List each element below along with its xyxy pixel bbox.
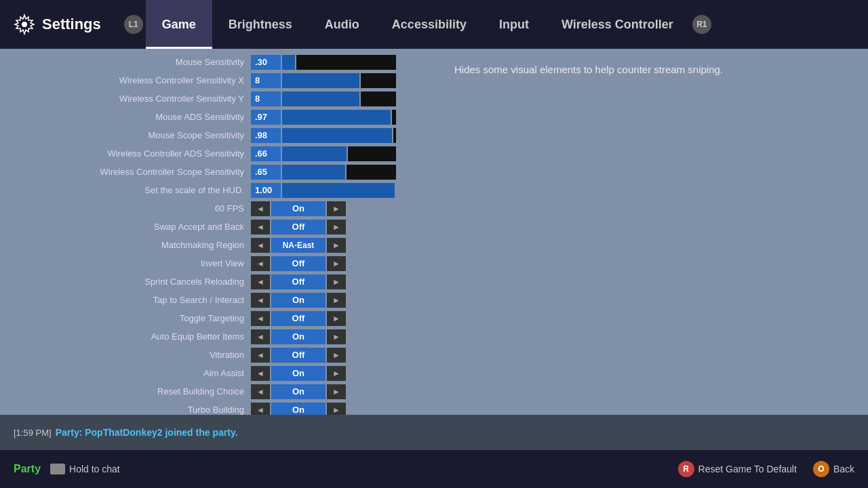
arrow-left-button[interactable]: ◄ [251,274,270,289]
toggle-value[interactable]: On [271,366,326,381]
setting-label: Wireless Controller Scope Sensitivity [0,167,251,177]
hold-to-chat-label: Hold to chat [69,464,120,474]
arrow-right-button[interactable]: ► [327,238,346,253]
toggle-value[interactable]: Off [271,348,326,363]
toggle-value[interactable]: On [271,329,326,344]
slider-container[interactable]: .97 [251,110,396,125]
toggle-value[interactable]: On [271,384,326,399]
setting-label: Mouse ADS Sensitivity [0,112,251,122]
slider-container[interactable]: .65 [251,165,396,180]
tab-game[interactable]: Game [146,0,212,49]
footer: Party Hold to chat R Reset Game To Defau… [0,450,868,488]
arrow-right-button[interactable]: ► [327,293,346,308]
chat-time: [1:59 PM] [14,428,52,438]
setting-label: 60 FPS [0,203,251,214]
slider-fill [282,92,359,106]
toggle-container: ◄Off► [251,311,346,326]
arrow-left-button[interactable]: ◄ [251,201,270,216]
slider-empty [361,92,396,106]
arrow-right-button[interactable]: ► [327,256,346,271]
tab-input[interactable]: Input [483,0,545,49]
arrow-right-button[interactable]: ► [327,384,346,399]
setting-row: Aim Assist◄On► [0,364,434,382]
setting-row: Turbo Building◄On► [0,401,434,415]
arrow-right-button[interactable]: ► [327,201,346,216]
slider-value: .30 [251,55,281,70]
slider-value: .98 [251,128,281,143]
app-title: Settings [42,16,101,33]
toggle-container: ◄Off► [251,348,346,363]
toggle-value[interactable]: On [271,403,326,415]
arrow-left-button[interactable]: ◄ [251,348,270,363]
slider-fill [282,55,295,70]
slider-container[interactable]: 1.00 [251,183,396,198]
setting-row: Wireless Controller Sensitivity X8 [0,71,434,89]
setting-label: Wireless Controller Sensitivity Y [0,94,251,104]
reset-label: Reset Game To Default [698,464,797,474]
arrow-left-button[interactable]: ◄ [251,238,270,253]
party-label: Party [14,463,41,475]
back-button[interactable]: O Back [813,461,854,477]
setting-row: Vibration◄Off► [0,346,434,364]
arrow-right-button[interactable]: ► [327,311,346,326]
slider-container[interactable]: 8 [251,92,396,106]
slider-empty [347,165,396,180]
arrow-right-button[interactable]: ► [327,220,346,235]
arrow-right-button[interactable]: ► [327,348,346,363]
setting-row: Sprint Cancels Reloading◄Off► [0,272,434,291]
toggle-value[interactable]: Off [271,220,326,235]
slider-value: 8 [251,92,281,106]
toggle-value[interactable]: On [271,293,326,308]
app-logo: Settings [14,14,101,35]
arrow-left-button[interactable]: ◄ [251,384,270,399]
tab-brightness[interactable]: Brightness [212,0,309,49]
arrow-right-button[interactable]: ► [327,329,346,344]
toggle-value[interactable]: On [271,201,326,216]
slider-container[interactable]: .98 [251,128,396,143]
toggle-value[interactable]: Off [271,256,326,271]
arrow-right-button[interactable]: ► [327,403,346,415]
slider-empty [361,73,396,88]
toggle-container: ◄Off► [251,274,346,289]
tab-accessibility[interactable]: Accessibility [376,0,483,49]
setting-row: Wireless Controller Sensitivity Y8 [0,89,434,108]
toggle-container: ◄On► [251,403,346,415]
setting-label: Invert View [0,258,251,268]
arrow-left-button[interactable]: ◄ [251,403,270,415]
toggle-container: ◄On► [251,293,346,308]
setting-row: Reset Building Choice◄On► [0,382,434,401]
arrow-left-button[interactable]: ◄ [251,293,270,308]
toggle-value[interactable]: Off [271,274,326,289]
arrow-left-button[interactable]: ◄ [251,220,270,235]
setting-label: Auto Equip Better Items [0,331,251,342]
reset-button[interactable]: R Reset Game To Default [678,461,797,477]
slider-container[interactable]: 8 [251,73,396,88]
toggle-value[interactable]: NA-East [271,238,326,253]
setting-label: Tap to Search / Interact [0,295,251,305]
arrow-right-button[interactable]: ► [327,274,346,289]
slider-container[interactable]: .66 [251,146,396,161]
slider-value: .97 [251,110,281,125]
slider-fill [282,128,392,143]
arrow-left-button[interactable]: ◄ [251,311,270,326]
slider-value: 8 [251,73,281,88]
slider-empty [348,146,396,161]
main-content: Mouse Sensitivity.30Wireless Controller … [0,49,868,415]
toggle-value[interactable]: Off [271,311,326,326]
setting-row: Mouse Sensitivity.30 [0,53,434,71]
arrow-left-button[interactable]: ◄ [251,256,270,271]
slider-container[interactable]: .30 [251,55,396,70]
tab-wireless-controller[interactable]: Wireless Controller [545,0,690,49]
slider-value: .65 [251,165,281,180]
setting-label: Vibration [0,350,251,360]
arrow-left-button[interactable]: ◄ [251,366,270,381]
slider-empty [392,110,396,125]
slider-fill [282,165,345,180]
arrow-left-button[interactable]: ◄ [251,329,270,344]
setting-row: 60 FPS◄On► [0,199,434,218]
setting-row: Mouse ADS Sensitivity.97 [0,108,434,126]
tab-audio[interactable]: Audio [309,0,376,49]
setting-label: Reset Building Choice [0,386,251,396]
arrow-right-button[interactable]: ► [327,366,346,381]
setting-row: Mouse Scope Sensitivity.98 [0,126,434,144]
